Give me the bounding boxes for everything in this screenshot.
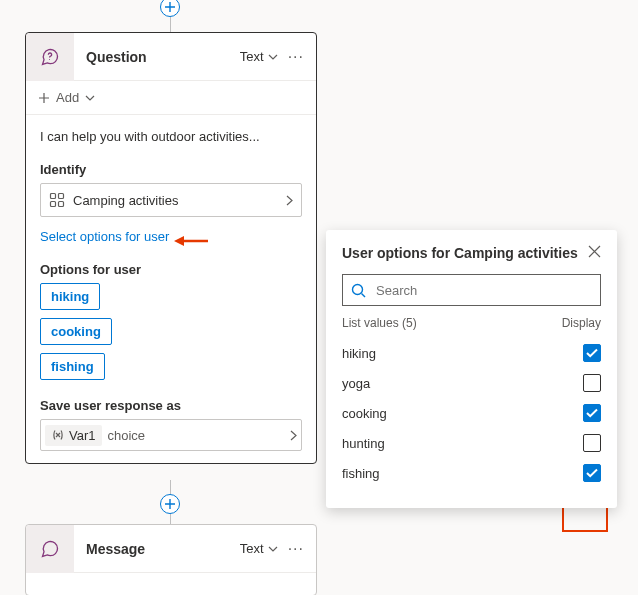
option-chip[interactable]: cooking	[40, 318, 112, 345]
prompt-text: I can help you with outdoor activities..…	[40, 129, 302, 144]
user-options-popup: User options for Camping activities List…	[326, 230, 617, 508]
variable-type: choice	[106, 428, 146, 443]
question-icon	[26, 33, 74, 81]
options-label: Options for user	[40, 262, 302, 277]
option-row: cooking	[342, 398, 601, 428]
display-header: Display	[562, 316, 601, 330]
option-row: yoga	[342, 368, 601, 398]
popup-title: User options for Camping activities	[342, 245, 578, 261]
search-input[interactable]	[374, 282, 592, 299]
svg-rect-3	[51, 202, 56, 207]
svg-line-8	[362, 293, 366, 297]
message-card: Message Text ···	[25, 524, 317, 595]
variable-icon	[51, 428, 65, 442]
svg-point-0	[49, 59, 50, 60]
list-header: List values (5)	[342, 316, 417, 330]
type-dropdown[interactable]: Text	[240, 49, 278, 64]
svg-rect-4	[59, 202, 64, 207]
identify-label: Identify	[40, 162, 302, 177]
option-label: cooking	[342, 406, 387, 421]
chevron-right-icon	[290, 430, 297, 441]
variable-name: Var1	[69, 428, 96, 443]
identify-value: Camping activities	[73, 193, 179, 208]
type-label: Text	[240, 541, 264, 556]
option-row: hiking	[342, 338, 601, 368]
add-node-top[interactable]	[160, 0, 180, 17]
chevron-down-icon	[268, 54, 278, 60]
variable-field[interactable]: Var1 choice	[40, 419, 302, 451]
card-title: Question	[74, 49, 240, 65]
display-checkbox[interactable]	[583, 464, 601, 482]
message-icon	[26, 525, 74, 573]
question-card: Question Text ··· Add I can help you wit…	[25, 32, 317, 464]
option-row: hunting	[342, 428, 601, 458]
display-checkbox[interactable]	[583, 404, 601, 422]
identify-field[interactable]: Camping activities	[40, 183, 302, 217]
display-checkbox[interactable]	[583, 434, 601, 452]
type-dropdown[interactable]: Text	[240, 541, 278, 556]
type-label: Text	[240, 49, 264, 64]
svg-rect-2	[59, 194, 64, 199]
more-menu[interactable]: ···	[284, 48, 308, 66]
option-row: fishing	[342, 458, 601, 488]
save-label: Save user response as	[40, 398, 302, 413]
card-title: Message	[74, 541, 240, 557]
svg-marker-6	[174, 236, 184, 246]
option-label: yoga	[342, 376, 370, 391]
chevron-right-icon	[286, 195, 293, 206]
annotation-arrow	[174, 235, 208, 247]
search-icon	[351, 283, 366, 298]
options-chips: hikingcookingfishing	[40, 283, 302, 388]
chevron-down-icon	[85, 95, 95, 101]
display-checkbox[interactable]	[583, 344, 601, 362]
close-button[interactable]	[588, 244, 601, 262]
option-label: fishing	[342, 466, 380, 481]
add-node-middle[interactable]	[160, 494, 180, 514]
add-button[interactable]: Add	[26, 81, 316, 115]
add-label: Add	[56, 90, 79, 105]
close-icon	[588, 245, 601, 258]
option-label: hunting	[342, 436, 385, 451]
entity-icon	[49, 192, 65, 208]
option-chip[interactable]: fishing	[40, 353, 105, 380]
plus-icon	[38, 92, 50, 104]
svg-point-7	[353, 284, 363, 294]
display-checkbox[interactable]	[583, 374, 601, 392]
svg-rect-1	[51, 194, 56, 199]
more-menu[interactable]: ···	[284, 540, 308, 558]
option-label: hiking	[342, 346, 376, 361]
search-box[interactable]	[342, 274, 601, 306]
option-chip[interactable]: hiking	[40, 283, 100, 310]
chevron-down-icon	[268, 546, 278, 552]
select-options-link[interactable]: Select options for user	[40, 229, 169, 244]
